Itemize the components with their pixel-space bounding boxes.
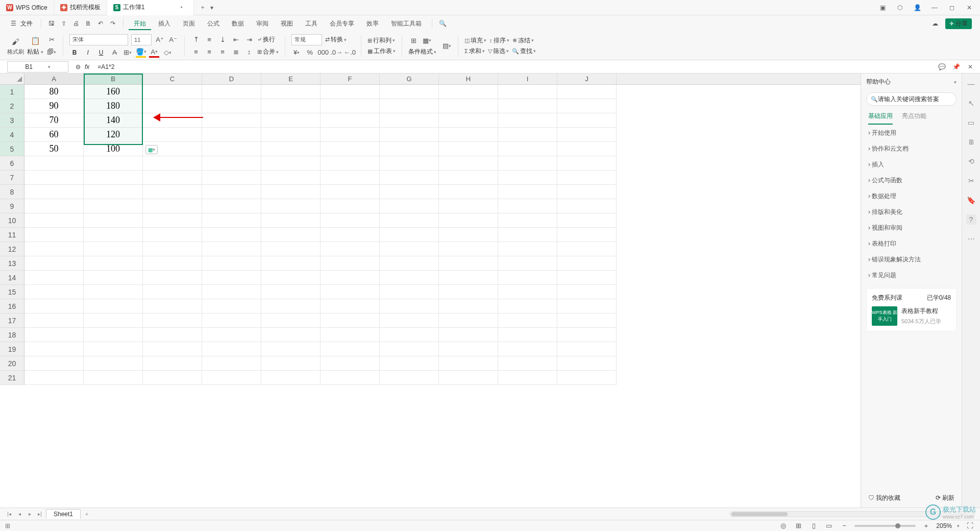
cell[interactable] — [321, 371, 380, 385]
col-header[interactable]: B — [84, 74, 143, 84]
menu-icon[interactable]: ☰ — [8, 18, 18, 29]
cell[interactable] — [439, 313, 498, 328]
cell[interactable] — [143, 171, 202, 185]
worksheet-button[interactable]: ▦ 工作表 ▾ — [368, 47, 396, 56]
help-topic-link[interactable]: › 错误现象解决方法 — [868, 255, 954, 264]
row-header[interactable]: 10 — [0, 213, 24, 228]
cell[interactable] — [202, 285, 261, 299]
cell[interactable] — [143, 271, 202, 285]
cell[interactable] — [261, 128, 321, 142]
layout-icon[interactable]: ▭ — [966, 117, 976, 128]
cell[interactable] — [321, 99, 380, 113]
border-icon[interactable]: ⊞▾ — [122, 47, 133, 58]
row-header[interactable]: 14 — [0, 271, 24, 285]
zoom-level[interactable]: 205% — [936, 522, 952, 529]
cell[interactable] — [439, 285, 498, 299]
cell[interactable] — [321, 113, 380, 128]
cell[interactable] — [143, 285, 202, 299]
cell[interactable] — [202, 128, 261, 142]
italic-icon[interactable]: I — [83, 47, 93, 58]
row-header[interactable]: 19 — [0, 342, 24, 356]
indent-decrease-icon[interactable]: ⇤ — [231, 35, 241, 45]
cell[interactable] — [261, 85, 321, 99]
row-header[interactable]: 9 — [0, 199, 24, 213]
row-header[interactable]: 8 — [0, 185, 24, 199]
cell[interactable] — [380, 199, 439, 213]
cell[interactable] — [24, 156, 84, 171]
close-panel-icon[interactable]: ✕ — [966, 62, 975, 71]
cell[interactable] — [261, 342, 321, 356]
cell[interactable] — [321, 242, 380, 256]
row-header[interactable]: 18 — [0, 328, 24, 342]
app-switcher-icon[interactable]: ▣ — [878, 3, 887, 12]
cell[interactable] — [380, 85, 439, 99]
zoom-in-icon[interactable]: ＋ — [921, 521, 931, 531]
cell[interactable] — [84, 228, 143, 242]
cell[interactable] — [143, 328, 202, 342]
cell[interactable] — [557, 256, 617, 271]
sum-button[interactable]: Σ 求和▾ — [464, 47, 485, 56]
menu-insert[interactable]: 插入 — [153, 17, 176, 30]
cell[interactable] — [202, 371, 261, 385]
rowcol-button[interactable]: ⊞ 行和列 ▾ — [368, 36, 396, 45]
cell[interactable] — [202, 299, 261, 313]
comma-icon[interactable]: 000 — [318, 47, 328, 58]
cell[interactable] — [498, 299, 557, 313]
cell[interactable]: 140 — [84, 113, 143, 128]
add-sheet-button[interactable]: ＋ — [83, 510, 91, 518]
cell[interactable] — [24, 299, 84, 313]
cell[interactable] — [439, 199, 498, 213]
cube-icon[interactable]: ⬡ — [895, 3, 904, 12]
view-page-icon[interactable]: ▯ — [808, 521, 819, 531]
menu-smart[interactable]: 智能工具箱 — [386, 17, 427, 30]
row-header[interactable]: 4 — [0, 128, 24, 142]
print-icon[interactable]: 🖨 — [71, 18, 81, 29]
percent-icon[interactable]: % — [305, 47, 315, 58]
cell[interactable] — [321, 328, 380, 342]
cell[interactable] — [261, 142, 321, 156]
cell[interactable] — [439, 371, 498, 385]
col-header[interactable]: E — [261, 74, 321, 84]
help-topic-link[interactable]: › 表格打印 — [868, 239, 954, 248]
cell[interactable] — [498, 213, 557, 228]
align-left-icon[interactable]: ≡ — [191, 47, 201, 57]
cell[interactable] — [261, 271, 321, 285]
cell[interactable] — [321, 156, 380, 171]
zoom-out-icon[interactable]: − — [839, 521, 849, 531]
cell[interactable] — [143, 199, 202, 213]
help-topic-link[interactable]: › 协作和云文档 — [868, 144, 954, 153]
decimal-inc-icon[interactable]: .0→ — [331, 47, 341, 58]
cell[interactable] — [498, 342, 557, 356]
reload-icon[interactable]: ⟲ — [966, 156, 976, 166]
decrease-font-icon[interactable]: A⁻ — [168, 35, 178, 45]
cell[interactable] — [557, 113, 617, 128]
tab-wps-office[interactable]: W WPS Office — [0, 0, 54, 15]
cell[interactable] — [261, 213, 321, 228]
cell[interactable] — [380, 242, 439, 256]
justify-icon[interactable]: ≣ — [231, 47, 241, 57]
cell[interactable] — [202, 342, 261, 356]
cell[interactable] — [557, 228, 617, 242]
cell[interactable] — [321, 128, 380, 142]
cell[interactable] — [24, 213, 84, 228]
cell[interactable] — [84, 256, 143, 271]
cell[interactable] — [498, 99, 557, 113]
cell[interactable] — [498, 128, 557, 142]
paste-button[interactable]: 📋粘贴 ▾ — [27, 35, 43, 56]
cell[interactable] — [439, 171, 498, 185]
currency-icon[interactable]: ¥▾ — [291, 47, 302, 58]
cell[interactable] — [498, 85, 557, 99]
cell[interactable]: 160 — [84, 85, 143, 99]
clear-format-icon[interactable]: ◇▾ — [162, 47, 173, 58]
cell[interactable] — [557, 99, 617, 113]
cell[interactable] — [143, 313, 202, 328]
row-header[interactable]: 15 — [0, 285, 24, 299]
cell[interactable] — [261, 256, 321, 271]
cell[interactable] — [202, 156, 261, 171]
cell[interactable] — [261, 199, 321, 213]
cell[interactable] — [84, 285, 143, 299]
cell[interactable] — [557, 342, 617, 356]
cell[interactable] — [439, 299, 498, 313]
menu-member[interactable]: 会员专享 — [325, 17, 359, 30]
cell[interactable] — [261, 356, 321, 371]
